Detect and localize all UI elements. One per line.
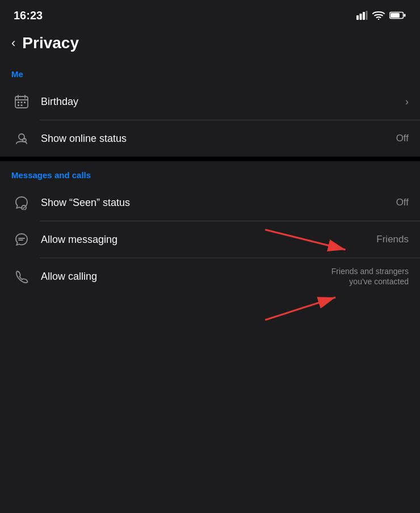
svg-rect-6 [404, 14, 406, 17]
svg-rect-16 [21, 104, 23, 106]
svg-rect-12 [18, 102, 19, 103]
birthday-label: Birthday [41, 96, 401, 108]
allow-calling-label: Allow calling [41, 271, 331, 283]
messages-calls-label: Messages and calls [0, 161, 420, 184]
svg-rect-15 [18, 104, 19, 106]
show-online-status-label: Show online status [41, 133, 392, 145]
wifi-icon [372, 11, 385, 20]
messages-calls-section: Messages and calls Show “Seen” status Of… [0, 161, 420, 295]
back-button[interactable]: ‹ [11, 36, 15, 51]
battery-icon [389, 11, 406, 20]
svg-line-29 [265, 297, 335, 320]
person-circle-icon [11, 128, 32, 149]
svg-rect-0 [356, 15, 359, 20]
allow-messaging-item[interactable]: Allow messaging Friends [0, 221, 420, 258]
show-seen-status-item[interactable]: Show “Seen” status Off [0, 184, 420, 221]
header: ‹ Privacy [0, 28, 420, 60]
status-bar: 16:23 [0, 0, 420, 28]
me-section: Me Birthday › [0, 60, 420, 157]
status-time: 16:23 [14, 9, 43, 22]
allow-messaging-value: Friends [376, 234, 409, 245]
allow-calling-subvalue: Friends and strangersyou've contacted [331, 266, 409, 287]
show-seen-status-value: Off [396, 197, 409, 208]
allow-messaging-label: Allow messaging [41, 234, 372, 246]
svg-rect-7 [390, 13, 400, 18]
message-icon [11, 229, 32, 250]
me-section-label: Me [0, 60, 420, 83]
message-seen-icon [11, 192, 32, 213]
svg-rect-3 [366, 11, 368, 20]
calendar-icon [11, 91, 32, 112]
section-divider [0, 157, 420, 161]
svg-point-4 [378, 19, 379, 20]
signal-icon [356, 11, 368, 20]
birthday-chevron: › [405, 96, 409, 108]
page-title: Privacy [22, 34, 79, 52]
svg-point-20 [24, 141, 24, 141]
show-online-status-value: Off [396, 133, 409, 144]
allow-calling-right: Friends and strangersyou've contacted [331, 266, 409, 287]
phone-icon [11, 266, 32, 287]
svg-rect-13 [21, 102, 23, 103]
allow-calling-item[interactable]: Allow calling Friends and strangersyou'v… [0, 258, 420, 295]
show-seen-status-label: Show “Seen” status [41, 197, 392, 209]
svg-rect-1 [360, 14, 362, 20]
status-icons [356, 11, 406, 20]
birthday-item[interactable]: Birthday › [0, 83, 420, 120]
show-online-status-item[interactable]: Show online status Off [0, 120, 420, 157]
svg-rect-2 [363, 12, 365, 20]
svg-rect-14 [24, 102, 26, 103]
